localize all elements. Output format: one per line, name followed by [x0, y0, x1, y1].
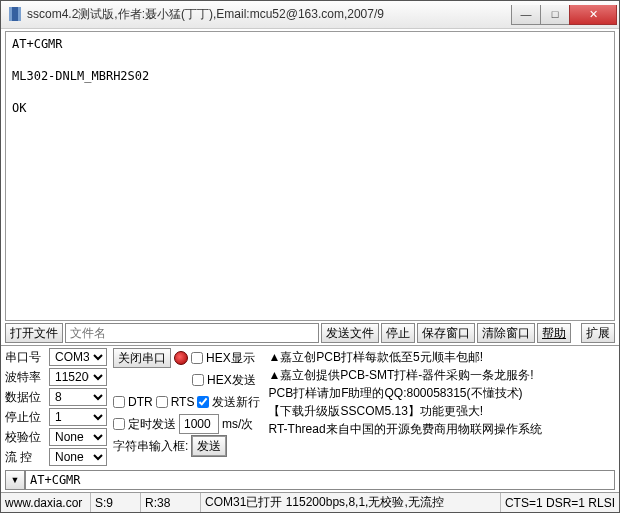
close-port-button[interactable]: 关闭串口: [113, 348, 171, 368]
hex-show-checkbox[interactable]: [191, 352, 203, 364]
record-icon[interactable]: [174, 351, 188, 365]
terminal-output[interactable]: AT+CGMR ML302-DNLM_MBRH2S02 OK: [5, 31, 615, 321]
status-signals: CTS=1 DSR=1 RLSI: [501, 493, 619, 512]
app-window: sscom4.2测试版,作者:聂小猛(丁丁),Email:mcu52@163.c…: [0, 0, 620, 513]
stop-button[interactable]: 停止: [381, 323, 415, 343]
stopbits-select[interactable]: 1: [49, 408, 107, 426]
cmd-dropdown[interactable]: ▼: [5, 470, 25, 490]
control-panel: 关闭串口 HEX显示 HEX发送 DTR RTS 发送新行: [113, 348, 260, 466]
status-sent: S:9: [91, 493, 141, 512]
status-connection: COM31已打开 115200bps,8,1,无校验,无流控: [201, 493, 501, 512]
dtr-checkbox[interactable]: [113, 396, 125, 408]
send-newline-label: 发送新行: [212, 394, 260, 411]
rts-checkbox[interactable]: [156, 396, 168, 408]
window-title: sscom4.2测试版,作者:聂小猛(丁丁),Email:mcu52@163.c…: [27, 6, 512, 23]
timed-send-checkbox[interactable]: [113, 418, 125, 430]
file-toolbar: 打开文件 发送文件 停止 保存窗口 清除窗口 帮助 扩展: [1, 321, 619, 345]
promo-line-1: ▲嘉立创PCB打样每款低至5元顺丰包邮!: [268, 348, 615, 366]
databits-select[interactable]: 8: [49, 388, 107, 406]
close-button[interactable]: ✕: [569, 5, 617, 25]
timed-send-label: 定时发送: [128, 416, 176, 433]
hex-send-label: HEX发送: [207, 372, 256, 389]
window-buttons: — □ ✕: [512, 5, 617, 25]
help-button[interactable]: 帮助: [537, 323, 571, 343]
send-file-button[interactable]: 发送文件: [321, 323, 379, 343]
maximize-button[interactable]: □: [540, 5, 570, 25]
stopbits-label: 停止位: [5, 409, 47, 426]
minimize-button[interactable]: —: [511, 5, 541, 25]
baud-select[interactable]: 115200: [49, 368, 107, 386]
baud-label: 波特率: [5, 369, 47, 386]
send-newline-checkbox[interactable]: [197, 396, 209, 408]
expand-button[interactable]: 扩展: [581, 323, 615, 343]
app-icon: [7, 7, 23, 23]
command-bar: ▼: [1, 468, 619, 492]
send-button[interactable]: 发送: [192, 436, 226, 456]
status-bar: www.daxia.cor S:9 R:38 COM31已打开 115200bp…: [1, 492, 619, 512]
serial-settings: 串口号 COM31 波特率 115200 数据位 8 停止位 1 校验位 Non…: [5, 348, 109, 466]
hex-show-label: HEX显示: [206, 350, 255, 367]
parity-select[interactable]: None: [49, 428, 107, 446]
command-input[interactable]: [25, 470, 615, 490]
titlebar: sscom4.2测试版,作者:聂小猛(丁丁),Email:mcu52@163.c…: [1, 1, 619, 29]
settings-panel: 串口号 COM31 波特率 115200 数据位 8 停止位 1 校验位 Non…: [1, 345, 619, 468]
port-select[interactable]: COM31: [49, 348, 107, 366]
promo-line-3: PCB打样请加F助理的QQ:800058315(不懂技术): [268, 384, 615, 402]
promo-panel: ▲嘉立创PCB打样每款低至5元顺丰包邮! ▲嘉立创提供PCB-SMT打样-器件采…: [264, 348, 615, 466]
promo-line-4: 【下载升级版SSCOM5.13】功能更强大!: [268, 402, 615, 420]
open-file-button[interactable]: 打开文件: [5, 323, 63, 343]
clear-window-button[interactable]: 清除窗口: [477, 323, 535, 343]
rts-label: RTS: [171, 395, 195, 409]
dtr-label: DTR: [128, 395, 153, 409]
status-recv: R:38: [141, 493, 201, 512]
input-label: 字符串输入框:: [113, 438, 188, 455]
save-window-button[interactable]: 保存窗口: [417, 323, 475, 343]
flow-label: 流 控: [5, 449, 47, 466]
interval-unit: ms/次: [222, 416, 253, 433]
filename-input[interactable]: [65, 323, 319, 343]
hex-send-checkbox[interactable]: [192, 374, 204, 386]
flow-select[interactable]: None: [49, 448, 107, 466]
port-label: 串口号: [5, 349, 47, 366]
interval-input[interactable]: [179, 414, 219, 434]
promo-line-2: ▲嘉立创提供PCB-SMT打样-器件采购一条龙服务!: [268, 366, 615, 384]
promo-line-5: RT-Thread来自中国的开源免费商用物联网操作系统: [268, 420, 615, 438]
databits-label: 数据位: [5, 389, 47, 406]
parity-label: 校验位: [5, 429, 47, 446]
status-url: www.daxia.cor: [1, 493, 91, 512]
